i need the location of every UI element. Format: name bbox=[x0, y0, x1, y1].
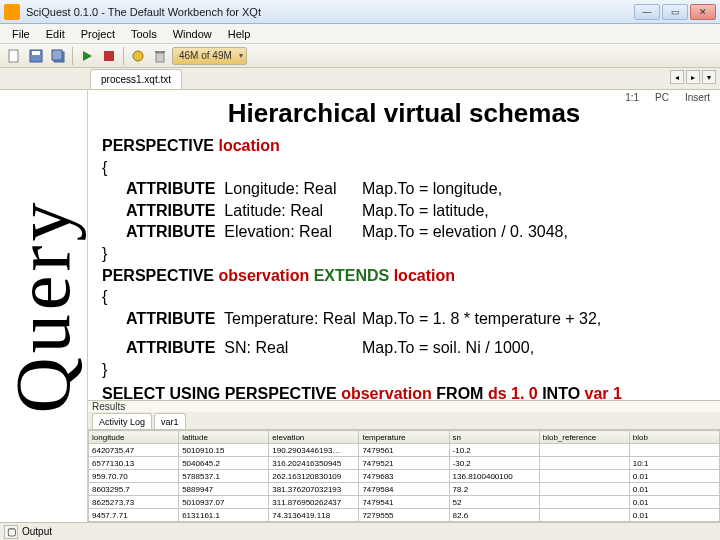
svg-point-7 bbox=[133, 51, 143, 61]
trash-icon[interactable] bbox=[150, 46, 170, 66]
results-tab-log[interactable]: Activity Log bbox=[92, 413, 152, 429]
close-brace: } bbox=[102, 243, 706, 265]
minimize-button[interactable]: — bbox=[634, 4, 660, 20]
save-all-icon[interactable] bbox=[48, 46, 68, 66]
results-col-header[interactable]: sn bbox=[449, 431, 539, 444]
table-cell: 6420735.47 bbox=[89, 444, 179, 457]
table-cell: 36.8 bbox=[449, 522, 539, 523]
attr-map: Map.To = elevation / 0. 3048, bbox=[362, 221, 568, 243]
code-editor[interactable]: Hierarchical virtual schemas PERSPECTIVE… bbox=[88, 90, 720, 400]
attribute-row: ATTRIBUTE Elevation: Real Map.To = eleva… bbox=[102, 221, 706, 243]
attr-map: Map.To = 1. 8 * temperature + 32, bbox=[362, 308, 601, 330]
save-icon[interactable] bbox=[26, 46, 46, 66]
table-cell bbox=[539, 522, 629, 523]
tab-nav-next[interactable]: ▸ bbox=[686, 70, 700, 84]
menu-file[interactable]: File bbox=[4, 24, 38, 43]
kw-attribute: ATTRIBUTE bbox=[126, 339, 215, 356]
extends-name: location bbox=[394, 267, 455, 284]
results-col-header[interactable]: elevation bbox=[269, 431, 359, 444]
results-col-header[interactable]: blob bbox=[629, 431, 719, 444]
menu-tools[interactable]: Tools bbox=[123, 24, 165, 43]
menu-bar: File Edit Project Tools Window Help bbox=[0, 24, 720, 44]
table-cell: 7279555 bbox=[359, 509, 449, 522]
table-cell: 959.70.70 bbox=[89, 470, 179, 483]
app-icon bbox=[4, 4, 20, 20]
window-title: SciQuest 0.1.0 - The Default Workbench f… bbox=[26, 6, 632, 18]
status-line: 1:1 bbox=[625, 92, 639, 103]
tab-nav-menu[interactable]: ▾ bbox=[702, 70, 716, 84]
table-cell: 311.876950262437 bbox=[269, 496, 359, 509]
table-cell: 6131161.1 bbox=[179, 509, 269, 522]
results-col-header[interactable]: latitude bbox=[179, 431, 269, 444]
output-label[interactable]: Output bbox=[22, 526, 52, 537]
table-cell bbox=[629, 444, 719, 457]
table-cell: 6577130.13 bbox=[89, 457, 179, 470]
stop-icon[interactable] bbox=[99, 46, 119, 66]
kw-perspective: PERSPECTIVE bbox=[102, 137, 214, 154]
table-cell bbox=[539, 496, 629, 509]
table-cell: 7279561 bbox=[359, 522, 449, 523]
table-cell: 316.202416350945 bbox=[269, 457, 359, 470]
table-cell: 5040645.2 bbox=[179, 457, 269, 470]
results-col-header[interactable]: longitude bbox=[89, 431, 179, 444]
table-cell: -30.2 bbox=[449, 457, 539, 470]
tab-process1[interactable]: process1.xqt.txt bbox=[90, 69, 182, 89]
menu-project[interactable]: Project bbox=[73, 24, 123, 43]
table-row[interactable]: 8603295.75889947381.37620703219374795847… bbox=[89, 483, 720, 496]
table-cell: 7479683 bbox=[359, 470, 449, 483]
kw-extends: EXTENDS bbox=[314, 267, 390, 284]
table-row[interactable]: 8625273.735010937.07311.8769502624377479… bbox=[89, 496, 720, 509]
new-icon[interactable] bbox=[4, 46, 24, 66]
svg-rect-8 bbox=[156, 53, 164, 62]
editor-heading: Hierarchical virtual schemas bbox=[102, 98, 706, 129]
attribute-row: ATTRIBUTE Longitude: Real Map.To = longi… bbox=[102, 178, 706, 200]
tab-nav-prev[interactable]: ◂ bbox=[670, 70, 684, 84]
table-cell: 5010910.15 bbox=[179, 444, 269, 457]
results-grid[interactable]: longitudelatitudeelevationtemperaturesnb… bbox=[88, 430, 720, 522]
menu-window[interactable]: Window bbox=[165, 24, 220, 43]
table-row[interactable]: 6420735.475010910.15190.2903446193…74795… bbox=[89, 444, 720, 457]
results-label: Results bbox=[88, 401, 720, 412]
table-cell: 558399202302 bbox=[269, 522, 359, 523]
attr-map: Map.To = soil. Ni / 1000, bbox=[362, 337, 534, 359]
run-icon[interactable] bbox=[77, 46, 97, 66]
menu-help[interactable]: Help bbox=[220, 24, 259, 43]
sidebar-label: Query bbox=[0, 199, 89, 414]
table-cell bbox=[539, 483, 629, 496]
results-col-header[interactable]: temperature bbox=[359, 431, 449, 444]
sidebar: Query bbox=[0, 90, 88, 522]
maximize-button[interactable]: ▭ bbox=[662, 4, 688, 20]
table-cell: 5788537.1 bbox=[179, 470, 269, 483]
attribute-row: ATTRIBUTE Temperature: Real Map.To = 1. … bbox=[102, 308, 706, 330]
toolbar-separator bbox=[123, 47, 124, 65]
table-row[interactable]: 959.70.705788537.1262.163120830109747968… bbox=[89, 470, 720, 483]
kw-attribute: ATTRIBUTE bbox=[126, 310, 215, 327]
table-cell: 74.3136419.118 bbox=[269, 509, 359, 522]
table-cell: 7479584 bbox=[359, 483, 449, 496]
table-cell: -10.2 bbox=[449, 444, 539, 457]
results-tab-var1[interactable]: var1 bbox=[154, 413, 186, 429]
close-button[interactable]: ✕ bbox=[690, 4, 716, 20]
results-col-header[interactable]: blob_reference bbox=[539, 431, 629, 444]
results-panel: Results Activity Log var1 longitudelatit… bbox=[88, 400, 720, 522]
table-row[interactable]: 6604159.886388973.0255839920230272795613… bbox=[89, 522, 720, 523]
menu-edit[interactable]: Edit bbox=[38, 24, 73, 43]
kw-attribute: ATTRIBUTE bbox=[126, 223, 215, 240]
attr-decl: SN: Real bbox=[224, 339, 288, 356]
debug-icon[interactable] bbox=[128, 46, 148, 66]
table-cell: 7479521 bbox=[359, 457, 449, 470]
attr-decl: Latitude: Real bbox=[224, 202, 323, 219]
table-row[interactable]: 9457.7.716131161.174.3136419.11872795558… bbox=[89, 509, 720, 522]
table-row[interactable]: 6577130.135040645.2316.20241635094574795… bbox=[89, 457, 720, 470]
close-brace: } bbox=[102, 359, 706, 381]
title-bar: SciQuest 0.1.0 - The Default Workbench f… bbox=[0, 0, 720, 24]
memory-combo[interactable]: 46M of 49M bbox=[172, 47, 247, 65]
svg-rect-9 bbox=[155, 51, 165, 53]
svg-rect-4 bbox=[52, 50, 62, 60]
open-brace: { bbox=[102, 157, 706, 179]
bottom-bar: ▢ Output bbox=[0, 522, 720, 540]
table-cell: 5010937.07 bbox=[179, 496, 269, 509]
status-mode: PC bbox=[655, 92, 669, 103]
output-toggle-icon[interactable]: ▢ bbox=[4, 525, 18, 539]
table-cell: 0.01 bbox=[629, 470, 719, 483]
